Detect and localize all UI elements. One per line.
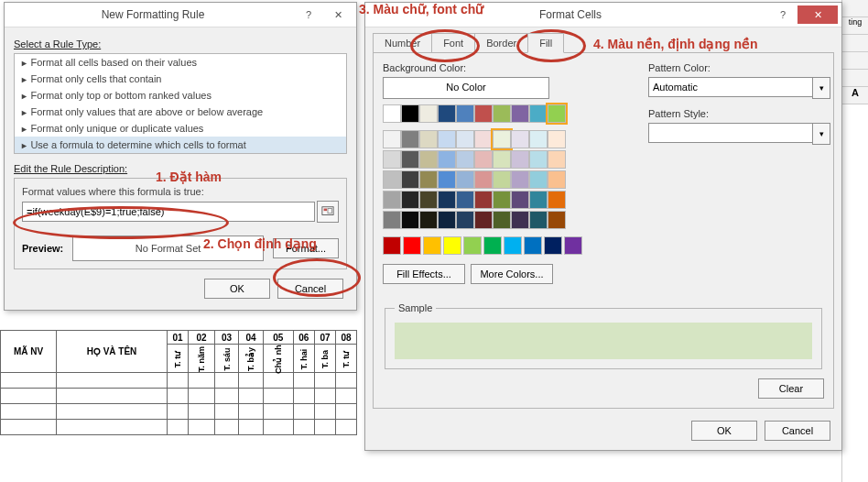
rule-type-item[interactable]: Format all cells based on their values xyxy=(15,54,346,71)
rule-type-item[interactable]: Format only top or bottom ranked values xyxy=(15,87,346,104)
chevron-down-icon[interactable]: ▾ xyxy=(812,123,830,145)
color-swatch[interactable] xyxy=(493,150,511,169)
color-swatch[interactable] xyxy=(511,211,529,229)
format-button[interactable]: Format... xyxy=(273,238,339,258)
pattern-color-combo[interactable] xyxy=(648,77,812,97)
ok-button[interactable]: OK xyxy=(204,279,270,299)
ok-button[interactable]: OK xyxy=(691,421,757,441)
color-swatch[interactable] xyxy=(548,191,566,209)
color-swatch[interactable] xyxy=(456,150,474,169)
color-swatch[interactable] xyxy=(548,130,566,148)
rule-type-item[interactable]: Format only unique or duplicate values xyxy=(15,120,346,137)
color-swatch[interactable] xyxy=(383,130,401,148)
pattern-style-combo[interactable] xyxy=(648,123,812,143)
color-swatch[interactable] xyxy=(483,236,502,255)
close-button[interactable]: ✕ xyxy=(797,5,838,24)
range-selector-button[interactable] xyxy=(317,201,339,223)
color-swatch[interactable] xyxy=(419,150,438,169)
color-swatch[interactable] xyxy=(401,150,419,169)
color-swatch[interactable] xyxy=(529,130,548,148)
color-swatch[interactable] xyxy=(403,236,421,255)
color-swatch[interactable] xyxy=(438,104,456,123)
more-colors-button[interactable]: More Colors... xyxy=(471,264,553,284)
color-swatch[interactable] xyxy=(511,191,529,209)
color-swatch[interactable] xyxy=(544,236,562,255)
color-swatch[interactable] xyxy=(419,191,438,209)
help-button[interactable]: ? xyxy=(294,5,323,24)
color-swatch[interactable] xyxy=(529,104,548,123)
tab-fill[interactable]: Fill xyxy=(527,33,564,53)
color-swatch[interactable] xyxy=(383,170,401,189)
close-button[interactable]: ✕ xyxy=(323,5,353,24)
color-swatch[interactable] xyxy=(438,170,456,189)
color-swatch[interactable] xyxy=(474,150,493,169)
color-swatch[interactable] xyxy=(383,236,401,255)
color-swatch[interactable] xyxy=(401,170,419,189)
color-swatch[interactable] xyxy=(438,150,456,169)
color-swatch[interactable] xyxy=(383,191,401,209)
color-swatch[interactable] xyxy=(456,170,474,189)
clear-button[interactable]: Clear xyxy=(758,378,824,399)
no-color-button[interactable]: No Color xyxy=(383,77,549,99)
color-swatch[interactable] xyxy=(493,104,511,123)
color-swatch[interactable] xyxy=(463,236,482,255)
color-swatch[interactable] xyxy=(456,211,474,229)
rule-type-item[interactable]: Format only values that are above or bel… xyxy=(15,104,346,120)
color-swatch[interactable] xyxy=(548,104,566,123)
color-swatch[interactable] xyxy=(493,191,511,209)
color-swatch[interactable] xyxy=(511,150,529,169)
color-swatch[interactable] xyxy=(493,211,511,229)
chevron-down-icon[interactable]: ▾ xyxy=(812,77,830,99)
tab-border[interactable]: Border xyxy=(474,33,528,53)
color-swatch[interactable] xyxy=(383,104,401,123)
color-swatch[interactable] xyxy=(383,150,401,169)
cancel-button[interactable]: Cancel xyxy=(277,279,343,299)
color-swatch[interactable] xyxy=(401,211,419,229)
color-swatch[interactable] xyxy=(474,211,493,229)
color-swatch[interactable] xyxy=(474,130,493,148)
color-swatch[interactable] xyxy=(456,130,474,148)
color-swatch[interactable] xyxy=(383,211,401,229)
color-swatch[interactable] xyxy=(419,130,438,148)
color-swatch[interactable] xyxy=(511,130,529,148)
color-swatch[interactable] xyxy=(529,170,548,189)
rule-type-list[interactable]: Format all cells based on their values F… xyxy=(14,53,347,154)
color-swatch[interactable] xyxy=(529,211,548,229)
color-swatch[interactable] xyxy=(493,170,511,189)
color-swatch[interactable] xyxy=(456,191,474,209)
color-swatch[interactable] xyxy=(401,130,419,148)
rule-type-item-selected[interactable]: Use a formula to determine which cells t… xyxy=(15,137,346,153)
color-swatch[interactable] xyxy=(401,191,419,209)
color-swatch[interactable] xyxy=(564,236,582,255)
rule-type-item[interactable]: Format only cells that contain xyxy=(15,71,346,87)
color-swatch[interactable] xyxy=(419,170,438,189)
color-swatch[interactable] xyxy=(493,130,511,148)
fill-effects-button[interactable]: Fill Effects... xyxy=(383,264,465,284)
color-swatch[interactable] xyxy=(423,236,441,255)
tab-number[interactable]: Number xyxy=(373,33,432,53)
cancel-button[interactable]: Cancel xyxy=(765,421,830,441)
help-button[interactable]: ? xyxy=(768,5,797,24)
color-swatch[interactable] xyxy=(438,211,456,229)
color-swatch[interactable] xyxy=(419,211,438,229)
color-swatch[interactable] xyxy=(443,236,461,255)
color-swatch[interactable] xyxy=(548,211,566,229)
color-swatch[interactable] xyxy=(474,191,493,209)
color-swatch[interactable] xyxy=(529,191,548,209)
color-swatch[interactable] xyxy=(511,170,529,189)
color-swatch[interactable] xyxy=(438,191,456,209)
color-swatch[interactable] xyxy=(529,150,548,169)
color-swatch[interactable] xyxy=(401,104,419,123)
color-swatch[interactable] xyxy=(438,130,456,148)
color-swatch[interactable] xyxy=(524,236,542,255)
color-swatch[interactable] xyxy=(511,104,529,123)
color-swatch[interactable] xyxy=(456,104,474,123)
color-swatch[interactable] xyxy=(474,104,493,123)
color-swatch[interactable] xyxy=(419,104,438,123)
tab-font[interactable]: Font xyxy=(431,33,475,53)
color-swatch[interactable] xyxy=(548,150,566,169)
color-swatch[interactable] xyxy=(504,236,522,255)
color-swatch[interactable] xyxy=(474,170,493,189)
color-swatch[interactable] xyxy=(548,170,566,189)
formula-input[interactable] xyxy=(22,202,315,222)
